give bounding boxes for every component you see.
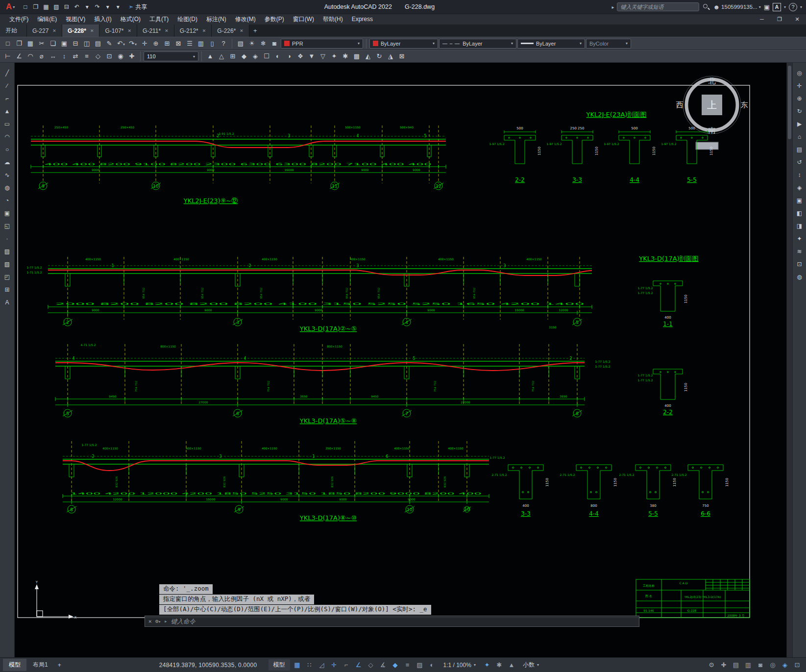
- osnap-icon[interactable]: ◆: [390, 660, 401, 671]
- tab-g-227[interactable]: G-227 ✕: [27, 25, 62, 37]
- help-icon[interactable]: ?: [789, 3, 797, 11]
- tolerance-icon[interactable]: ⊡: [104, 51, 115, 62]
- new-tab-button[interactable]: +: [249, 25, 261, 37]
- dim-linear-icon[interactable]: ⊢: [2, 51, 13, 62]
- new-file-icon[interactable]: □: [21, 2, 30, 12]
- qsave-icon[interactable]: ▦: [25, 38, 36, 49]
- vertical-scrollbar[interactable]: [786, 63, 792, 657]
- dim-baseline-icon[interactable]: ≡: [81, 51, 92, 62]
- tab-close-icon[interactable]: ✕: [202, 28, 206, 33]
- layer-properties-icon[interactable]: ▧: [235, 38, 246, 49]
- command-close-icon[interactable]: ✕: [148, 618, 152, 624]
- model-tab[interactable]: 模型: [3, 659, 26, 671]
- menu-edit[interactable]: 编辑(E): [33, 14, 61, 25]
- dynamic-input-icon[interactable]: ✛: [328, 660, 340, 671]
- section-plane-icon[interactable]: ◧: [794, 208, 805, 219]
- viewcube-home-icon[interactable]: ⌂: [794, 131, 805, 142]
- trim-icon[interactable]: ⊠: [396, 51, 407, 62]
- mleader-style-icon[interactable]: ◆: [239, 51, 249, 62]
- text-style-icon[interactable]: ▲: [205, 51, 216, 62]
- color-control[interactable]: ByLayer ▾: [369, 39, 438, 49]
- mirror-icon[interactable]: ◭: [363, 51, 373, 62]
- dim-arc-icon[interactable]: ◠: [25, 51, 36, 62]
- ucs-icon[interactable]: Y X: [35, 580, 77, 620]
- tool-palettes-icon[interactable]: ▯: [207, 38, 218, 49]
- annotation-scale-control[interactable]: 1:1 / 100% ▾: [440, 662, 480, 669]
- orbit-view-icon[interactable]: ↻: [794, 106, 805, 117]
- linetype-control[interactable]: — – — ByLayer ▾: [439, 39, 516, 49]
- tab-close-icon[interactable]: ✕: [52, 28, 56, 33]
- pan-icon[interactable]: ✛: [139, 38, 150, 49]
- properties-icon[interactable]: ☰: [184, 38, 195, 49]
- construction-line-tool-icon[interactable]: ∕: [2, 80, 13, 91]
- array-icon[interactable]: ▩: [351, 51, 362, 62]
- zoom-window-icon[interactable]: ⊞: [162, 38, 172, 49]
- tab-close-icon[interactable]: ✕: [128, 28, 132, 33]
- mtext-tool-icon[interactable]: A: [2, 297, 13, 308]
- tab-g-212[interactable]: G-212* ✕: [174, 25, 212, 37]
- clean-screen-icon[interactable]: ⊡: [791, 660, 803, 671]
- region-tool-icon[interactable]: ◰: [2, 272, 13, 282]
- rectangle-tool-icon[interactable]: ▭: [2, 119, 13, 129]
- ellipse-arc-tool-icon[interactable]: ◔: [2, 195, 13, 206]
- arc-tool-icon[interactable]: ◠: [2, 131, 13, 142]
- mleader-icon[interactable]: ◇: [93, 51, 103, 62]
- infocenter-collapse-icon[interactable]: ▸: [611, 4, 614, 10]
- polygon-tool-icon[interactable]: ▲: [2, 106, 13, 117]
- otrack-icon[interactable]: ∡: [377, 660, 389, 671]
- tab-g-228[interactable]: G-228* ✕: [62, 25, 100, 37]
- lock-ui-icon[interactable]: ◙: [755, 660, 766, 671]
- infer-constraints-icon[interactable]: ◿: [316, 660, 328, 671]
- autoscale-icon[interactable]: ✱: [493, 660, 505, 671]
- app-menu-button[interactable]: A ▾: [4, 0, 17, 13]
- command-customize-icon[interactable]: ⚙▾: [155, 618, 161, 624]
- menu-modify[interactable]: 修改(M): [231, 14, 260, 25]
- insert-block-tool-icon[interactable]: ▣: [2, 208, 13, 219]
- autodesk-apps-icon[interactable]: A: [773, 3, 781, 11]
- object-isolate-icon[interactable]: ◎: [767, 660, 779, 671]
- minimize-button[interactable]: ─: [753, 14, 771, 25]
- close-button[interactable]: ✕: [788, 14, 806, 25]
- group-icon[interactable]: ▼: [306, 51, 317, 62]
- line-tool-icon[interactable]: ╱: [2, 68, 13, 78]
- viewcube-compass[interactable]: 上 北 西 东 南: [676, 76, 748, 135]
- scale-icon[interactable]: ◮: [385, 51, 396, 62]
- zoom-previous-icon[interactable]: ⊠: [173, 38, 184, 49]
- undo-icon[interactable]: ↶: [72, 2, 81, 12]
- divide-icon[interactable]: ✱: [340, 51, 351, 62]
- tab-g-211[interactable]: G-211* ✕: [137, 25, 174, 37]
- drawing-canvas[interactable]: 上 北 西 东 南 250×450: [15, 63, 786, 657]
- paste-icon[interactable]: ▣: [59, 38, 70, 49]
- menu-help[interactable]: 帮助(H): [318, 14, 347, 25]
- scrollbar-thumb[interactable]: [788, 66, 791, 139]
- polyline-tool-icon[interactable]: ⌐: [2, 93, 13, 104]
- dim-continue-icon[interactable]: ⇄: [70, 51, 81, 62]
- redo-button[interactable]: ↷▾: [127, 38, 138, 49]
- open-icon[interactable]: ❐: [14, 38, 24, 49]
- tab-start[interactable]: 开始: [0, 25, 27, 37]
- model-space-button[interactable]: 模型: [269, 659, 290, 671]
- hatch-tool-icon[interactable]: ▨: [2, 246, 13, 257]
- publish-icon[interactable]: ▤: [93, 38, 103, 49]
- undo-button[interactable]: ↶▾: [116, 38, 126, 49]
- region-icon[interactable]: ☐: [261, 51, 272, 62]
- point-tool-icon[interactable]: ·: [2, 233, 13, 244]
- plot-icon[interactable]: ⊟: [62, 2, 71, 12]
- search-input[interactable]: [617, 2, 699, 11]
- selection-cycling-icon[interactable]: ◐: [426, 660, 438, 671]
- cut-icon[interactable]: ✂: [36, 38, 47, 49]
- tab-g-226[interactable]: G-226* ✕: [212, 25, 249, 37]
- revision-cloud-tool-icon[interactable]: ☁: [2, 157, 13, 168]
- navigation-wheel-icon[interactable]: ◎: [794, 68, 805, 78]
- dim-style-icon[interactable]: △: [216, 51, 227, 62]
- match-properties-icon[interactable]: ✎: [104, 38, 115, 49]
- text-size-input[interactable]: [147, 53, 182, 59]
- layer-control[interactable]: PPR ▾: [281, 39, 363, 49]
- graphics-performance-icon[interactable]: ◈: [779, 660, 791, 671]
- help-icon[interactable]: ?: [218, 38, 229, 49]
- table-tool-icon[interactable]: ⊞: [2, 284, 13, 295]
- dim-edit-icon[interactable]: ✚: [126, 51, 137, 62]
- annotation-visibility-icon[interactable]: ✦: [481, 660, 493, 671]
- layer-freeze-icon[interactable]: ❄: [258, 38, 269, 49]
- restore-button[interactable]: ❐: [771, 14, 788, 25]
